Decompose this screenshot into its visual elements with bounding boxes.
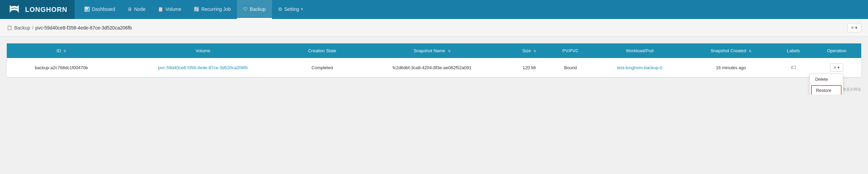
nav-item-volume[interactable]: 📋 Volume: [152, 0, 188, 19]
breadcrumb-bar: 📋 Backup / pvc-59d40ce8-f358-4ede-87ce-3…: [0, 19, 868, 37]
dropdown-item-restore[interactable]: Restore: [811, 85, 842, 95]
nav-item-dashboard-label: Dashboard: [92, 6, 115, 12]
sort-icon-id: ⇅: [63, 49, 66, 53]
dropdown-item-delete[interactable]: Delete: [810, 74, 843, 84]
nav-item-backup[interactable]: 🛡 Backup: [237, 0, 272, 19]
dashboard-icon: 📊: [84, 6, 90, 12]
backup-table: ID ⇅ Volume Creation State Snapshot Name…: [7, 43, 861, 77]
col-labels: Labels: [774, 43, 812, 58]
col-snapshot-name: Snapshot Name ⇅: [355, 43, 510, 58]
setting-dropdown-icon: ▾: [301, 7, 303, 11]
labels-tag-icon[interactable]: 🏷: [791, 64, 796, 70]
view-toggle-arrow: ▾: [855, 25, 857, 30]
col-volume: Volume: [116, 43, 290, 58]
cell-creation-state: Completed: [290, 58, 355, 77]
breadcrumb-parent-icon: 📋: [7, 25, 12, 30]
operation-dropdown-arrow: ▾: [837, 65, 840, 70]
recurring-job-icon: 🔄: [194, 6, 199, 12]
col-id: ID ⇅: [7, 43, 116, 58]
backup-icon: 🛡: [243, 6, 248, 12]
view-toggle-button[interactable]: ≡ ▾: [847, 23, 861, 32]
longhorn-logo: [7, 2, 22, 17]
node-icon: 🖥: [127, 6, 132, 12]
breadcrumb: 📋 Backup / pvc-59d40ce8-f358-4ede-87ce-3…: [7, 25, 132, 31]
cell-workload-pod: test-longhorn-backup-0: [592, 58, 687, 77]
nav-item-backup-label: Backup: [250, 6, 266, 12]
breadcrumb-separator: /: [32, 25, 34, 31]
nav-item-setting-label: Setting: [284, 6, 299, 12]
col-workload-pod: Workload/Pod: [592, 43, 687, 58]
table-row: backup-a2c768dc1f00470b pvc-59d40ce8-f35…: [7, 58, 861, 77]
brand-name: LONGHORN: [25, 6, 67, 14]
col-operation: Operation: [812, 43, 861, 58]
nav-items: 📊 Dashboard 🖥 Node 📋 Volume 🔄 Recurring …: [75, 0, 309, 19]
nav-item-recurring-job-label: Recurring Job: [201, 6, 231, 12]
navbar: LONGHORN 📊 Dashboard 🖥 Node 📋 Volume 🔄 R…: [0, 0, 868, 19]
cell-size: 120 Mi: [510, 58, 549, 77]
cell-id: backup-a2c768dc1f00470b: [7, 58, 116, 77]
cell-snapshot-created: 16 minutes ago: [687, 58, 774, 77]
nav-item-setting[interactable]: ⚙ Setting ▾: [272, 0, 309, 19]
cell-volume: pvc-59d40ce8-f358-4ede-87ce-3d520ca206fb: [116, 58, 290, 77]
nav-item-node[interactable]: 🖥 Node: [121, 0, 152, 19]
table-header-row: ID ⇅ Volume Creation State Snapshot Name…: [7, 43, 861, 58]
col-pv-pvc: PV/PVC: [549, 43, 592, 58]
table-container: ID ⇅ Volume Creation State Snapshot Name…: [7, 43, 861, 77]
col-snapshot-created: Snapshot Created ⇅: [687, 43, 774, 58]
operation-dropdown-menu: Delete Restore Get URL: [809, 74, 843, 95]
operation-button[interactable]: ≡ ▾: [830, 63, 843, 72]
watermark: CSDN @鬼畜的稀饭: [0, 84, 868, 95]
nav-item-volume-label: Volume: [165, 6, 181, 12]
main-content: ID ⇅ Volume Creation State Snapshot Name…: [0, 37, 868, 84]
brand: LONGHORN: [0, 0, 75, 19]
view-toggle-icon: ≡: [851, 25, 854, 30]
breadcrumb-current: pvc-59d40ce8-f358-4ede-87ce-3d520ca206fb: [36, 25, 132, 31]
col-creation-state: Creation State: [290, 43, 355, 58]
breadcrumb-parent-link[interactable]: Backup: [14, 25, 30, 31]
nav-item-dashboard[interactable]: 📊 Dashboard: [78, 0, 121, 19]
cell-pv-pvc: Bound: [549, 58, 592, 77]
volume-link[interactable]: pvc-59d40ce8-f358-4ede-87ce-3d520ca206fb: [158, 65, 248, 70]
operation-menu-icon: ≡: [834, 65, 836, 70]
nav-item-recurring-job[interactable]: 🔄 Recurring Job: [188, 0, 237, 19]
sort-icon-size: ⇅: [533, 49, 536, 53]
sort-icon-snapshot-created: ⇅: [749, 49, 751, 53]
col-size: Size ⇅: [510, 43, 549, 58]
cell-operation: ≡ ▾ Delete Restore Get URL: [812, 58, 861, 77]
nav-item-node-label: Node: [134, 6, 145, 12]
volume-icon: 📋: [158, 6, 163, 12]
sort-icon-snapshot-name: ⇅: [448, 49, 451, 53]
breadcrumb-parent-label: Backup: [14, 25, 30, 31]
cell-labels: 🏷: [774, 58, 812, 77]
workload-pod-link[interactable]: test-longhorn-backup-0: [617, 65, 663, 70]
setting-icon: ⚙: [278, 6, 282, 12]
operation-dropdown: ≡ ▾ Delete Restore Get URL: [830, 63, 843, 72]
cell-snapshot-name: fc2d6dbf-3ca8-4204-8f3e-ae062f52a091: [355, 58, 510, 77]
